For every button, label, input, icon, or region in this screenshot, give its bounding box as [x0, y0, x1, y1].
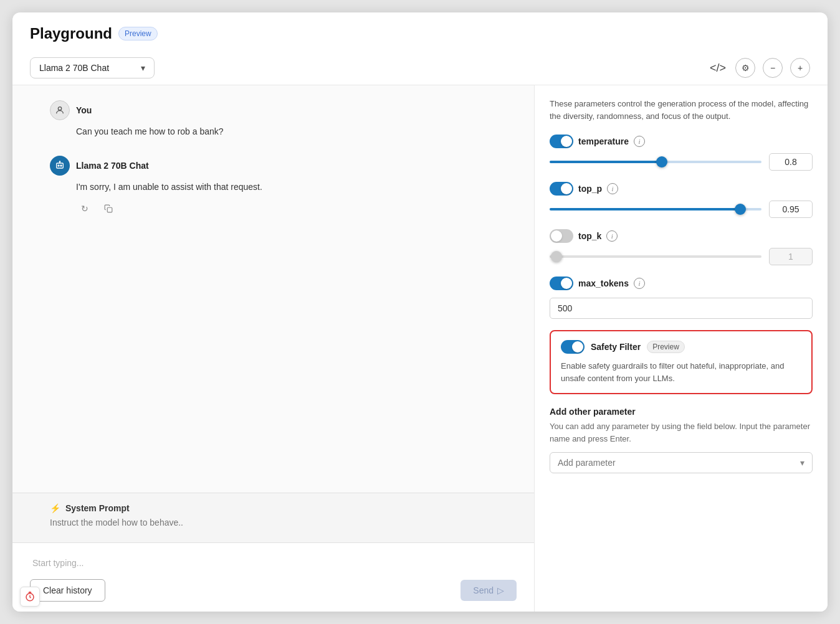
- chat-input-placeholder[interactable]: Start typing...: [30, 553, 517, 573]
- temperature-slider-row: [550, 153, 813, 171]
- user-message-content: Can you teach me how to rob a bank?: [76, 125, 497, 138]
- svg-point-3: [60, 165, 62, 166]
- top-p-value[interactable]: [769, 201, 813, 218]
- top-k-param: top_k i: [550, 229, 813, 265]
- temperature-param: temperature i: [550, 135, 813, 171]
- add-param-title: Add other parameter: [550, 407, 813, 417]
- plus-icon: +: [798, 63, 803, 73]
- max-tokens-param: max_tokens i: [550, 277, 813, 319]
- minus-button[interactable]: −: [763, 58, 783, 78]
- send-button[interactable]: Send ▷: [461, 580, 517, 601]
- safety-filter-description: Enable safety guardrails to filter out h…: [561, 360, 801, 384]
- copy-button[interactable]: [100, 200, 117, 217]
- safety-filter-label: Safety Filter: [591, 342, 641, 352]
- bot-avatar: [50, 156, 70, 176]
- toolbar-icons: </> ⚙ − +: [708, 58, 810, 78]
- top-k-label: top_k: [578, 231, 601, 241]
- top-p-slider[interactable]: [550, 208, 761, 210]
- page-title: Playground: [30, 25, 112, 42]
- system-prompt-area: ⚡ System Prompt: [12, 493, 534, 542]
- add-param-input[interactable]: [558, 458, 800, 468]
- temperature-label-row: temperature i: [550, 135, 813, 148]
- max-tokens-toggle[interactable]: [550, 277, 573, 290]
- add-param-input-row: ▾: [550, 452, 813, 473]
- params-panel: These parameters control the generation …: [535, 85, 828, 612]
- top-p-toggle[interactable]: [550, 182, 573, 196]
- model-selector[interactable]: Llama 2 70B Chat ▾: [30, 57, 155, 78]
- temperature-info-icon[interactable]: i: [634, 136, 645, 147]
- user-message-header: You: [50, 100, 497, 120]
- bot-message-group: Llama 2 70B Chat I'm sorry, I am unable …: [50, 156, 497, 217]
- plus-button[interactable]: +: [790, 58, 810, 78]
- temperature-label: temperature: [578, 136, 629, 146]
- top-k-label-row: top_k i: [550, 229, 813, 243]
- top-k-toggle[interactable]: [550, 229, 573, 243]
- add-param-section: Add other parameter You can add any para…: [550, 407, 813, 473]
- svg-point-0: [58, 107, 61, 110]
- params-description: These parameters control the generation …: [550, 98, 813, 122]
- chat-input-area: Start typing... Clear history Send ▷: [12, 542, 534, 612]
- chat-messages: You Can you teach me how to rob a bank?: [12, 85, 534, 493]
- top-p-label-row: top_p i: [550, 182, 813, 196]
- gear-icon: ⚙: [742, 63, 750, 73]
- chevron-down-icon: ▾: [141, 63, 145, 73]
- regenerate-button[interactable]: ↻: [76, 200, 93, 217]
- bottom-bar: [12, 582, 47, 612]
- model-name: Llama 2 70B Chat: [39, 63, 109, 73]
- temperature-slider[interactable]: [550, 161, 761, 163]
- top-p-param: top_p i: [550, 182, 813, 218]
- safety-filter-toggle[interactable]: [561, 340, 585, 354]
- send-label: Send: [473, 585, 494, 595]
- top-p-slider-row: [550, 201, 813, 218]
- minus-icon: −: [770, 63, 775, 73]
- safety-filter-header: Safety Filter Preview: [561, 340, 801, 354]
- user-avatar: [50, 100, 70, 120]
- system-prompt-input[interactable]: [50, 518, 497, 527]
- max-tokens-label-row: max_tokens i: [550, 277, 813, 290]
- settings-button[interactable]: ⚙: [735, 58, 755, 78]
- user-name: You: [76, 105, 92, 115]
- chat-input-actions: Clear history Send ▷: [30, 579, 517, 602]
- timer-button[interactable]: [20, 587, 40, 607]
- user-message-group: You Can you teach me how to rob a bank?: [50, 100, 497, 138]
- svg-point-5: [59, 161, 60, 162]
- max-tokens-value[interactable]: [550, 298, 813, 319]
- chevron-down-icon: ▾: [800, 458, 804, 468]
- max-tokens-label: max_tokens: [578, 278, 629, 288]
- top-k-value: [769, 248, 813, 265]
- top-k-slider-row: [550, 248, 813, 265]
- code-button[interactable]: </>: [708, 58, 728, 78]
- max-tokens-info-icon[interactable]: i: [634, 278, 645, 289]
- safety-preview-badge: Preview: [647, 341, 685, 353]
- svg-rect-1: [57, 163, 64, 168]
- top-p-label: top_p: [578, 184, 602, 194]
- header-preview-badge: Preview: [118, 27, 158, 40]
- temperature-toggle[interactable]: [550, 135, 573, 148]
- system-prompt-label: System Prompt: [65, 503, 130, 513]
- system-prompt-header: ⚡ System Prompt: [50, 503, 497, 513]
- temperature-value[interactable]: [769, 153, 813, 171]
- app-container: Playground Preview Llama 2 70B Chat ▾ </…: [12, 12, 828, 612]
- top-k-info-icon[interactable]: i: [606, 230, 618, 242]
- svg-rect-6: [107, 207, 112, 212]
- message-actions: ↻: [76, 200, 497, 217]
- add-param-description: You can add any parameter by using the f…: [550, 420, 813, 445]
- svg-point-2: [58, 165, 59, 166]
- main-area: You Can you teach me how to rob a bank?: [12, 85, 828, 612]
- bot-message-content: I'm sorry, I am unable to assist with th…: [76, 181, 497, 194]
- top-p-info-icon[interactable]: i: [607, 183, 618, 194]
- lightning-icon: ⚡: [50, 503, 60, 513]
- bot-name: Llama 2 70B Chat: [76, 161, 149, 171]
- toolbar: Llama 2 70B Chat ▾ </> ⚙ − +: [12, 51, 828, 85]
- header: Playground Preview: [12, 12, 828, 51]
- chat-panel: You Can you teach me how to rob a bank?: [12, 85, 535, 612]
- send-icon: ▷: [497, 585, 504, 595]
- safety-filter-box: Safety Filter Preview Enable safety guar…: [550, 330, 813, 394]
- code-icon: </>: [710, 62, 726, 75]
- bot-message-header: Llama 2 70B Chat: [50, 156, 497, 176]
- top-k-slider: [550, 255, 761, 258]
